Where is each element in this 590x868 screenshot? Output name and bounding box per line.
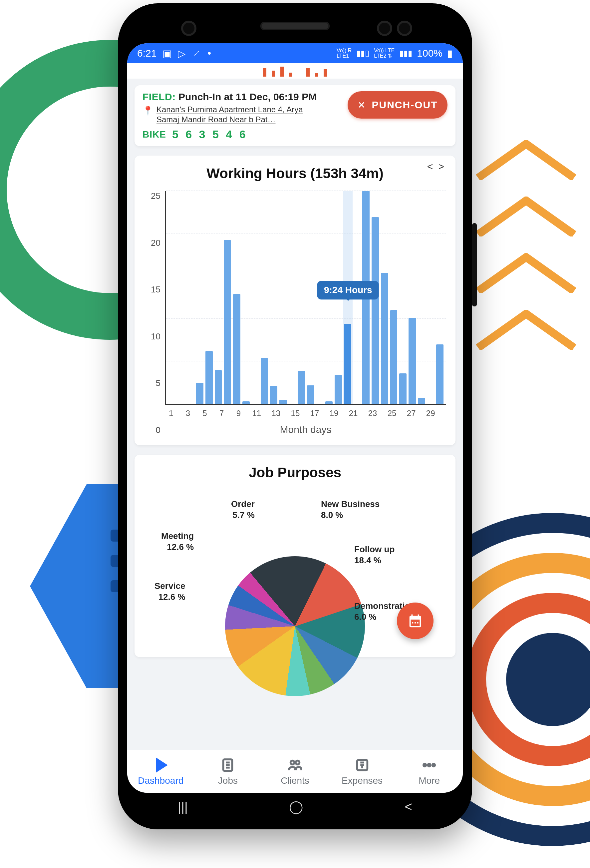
bar-day-24[interactable] — [381, 273, 388, 404]
jobs-icon — [220, 757, 236, 774]
status-time: 6:21 — [137, 48, 156, 59]
field-label: FIELD: — [143, 91, 176, 102]
location-pin-icon: 📍 — [143, 105, 153, 116]
punch-address[interactable]: Kanan's Purnima Apartment Lane 4, Arya S… — [156, 105, 310, 125]
chart-tooltip: 9:24 Hours — [317, 281, 379, 300]
bottom-nav: Dashboard Jobs Clients Expenses More — [127, 750, 463, 793]
nav-clients-label: Clients — [281, 775, 309, 786]
android-back-icon[interactable]: < — [405, 800, 412, 814]
pie-label-meeting: Meeting12.6 % — [161, 531, 194, 552]
close-icon: ✕ — [358, 100, 366, 111]
punch-status-line: FIELD: Punch-In at 11 Dec, 06:19 PM — [143, 91, 342, 103]
bar-day-19[interactable] — [335, 375, 342, 404]
android-nav-bar: ||| ◯ < — [127, 793, 463, 820]
status-bar: 6:21 ▣ ▷ ⟋ • Vo)) RLTE1 ▮▮▯ Vo)) LTELTE2… — [127, 43, 463, 63]
nav-more-label: More — [419, 775, 440, 786]
svg-point-4 — [291, 761, 295, 765]
bar-day-9[interactable] — [242, 402, 250, 404]
x-axis-label: Month days — [165, 424, 446, 435]
punch-card: FIELD: Punch-In at 11 Dec, 06:19 PM 📍 Ka… — [134, 85, 456, 146]
nav-more[interactable]: More — [395, 750, 463, 793]
nav-expenses[interactable]: Expenses — [329, 750, 396, 793]
bar-day-6[interactable] — [215, 370, 222, 404]
signal2-icon: ▮▮▮ — [399, 49, 412, 58]
pie-label-new-business: New Business8.0 % — [321, 499, 379, 520]
bar-day-8[interactable] — [233, 294, 240, 404]
chart-plot-area[interactable]: 9:24 Hours — [165, 191, 446, 405]
y-axis: 2520151050 — [144, 191, 161, 435]
dashboard-icon — [152, 757, 169, 774]
more-icon — [421, 757, 438, 774]
bar-day-27[interactable] — [409, 318, 416, 404]
punch-location: 📍 Kanan's Purnima Apartment Lane 4, Arya… — [143, 105, 342, 125]
working-hours-chart[interactable]: 2520151050 9:24 Hours 135791113151719212… — [144, 191, 446, 435]
bar-day-28[interactable] — [418, 398, 425, 404]
battery-text: 100% — [417, 48, 442, 59]
bar-day-7[interactable] — [224, 240, 231, 404]
svg-point-7 — [423, 764, 426, 766]
bar-day-13[interactable] — [279, 400, 287, 404]
bar-day-26[interactable] — [399, 373, 407, 404]
mini-chart-peek — [127, 63, 463, 78]
dash-icon: ⟋ — [192, 48, 201, 59]
bar-day-5[interactable] — [205, 351, 213, 404]
clients-icon — [287, 757, 303, 774]
signal1-icon: ▮▮▯ — [356, 49, 369, 58]
bike-label: BIKE — [143, 129, 166, 140]
pie-chart[interactable] — [225, 556, 365, 696]
expenses-icon — [354, 757, 370, 774]
nav-jobs[interactable]: Jobs — [195, 750, 262, 793]
play-icon: ▷ — [178, 48, 186, 59]
bike-row: BIKE 5 6 3 5 4 6 — [143, 128, 342, 141]
bar-day-30[interactable] — [436, 344, 444, 404]
nav-dashboard[interactable]: Dashboard — [127, 750, 195, 793]
svg-point-9 — [432, 764, 435, 766]
working-hours-card: < > Working Hours (153h 34m) 2520151050 … — [134, 155, 456, 445]
nav-clients[interactable]: Clients — [261, 750, 329, 793]
nav-jobs-label: Jobs — [218, 775, 238, 786]
job-purposes-title: Job Purposes — [141, 465, 449, 481]
pie-label-followup: Follow up18.4 % — [354, 544, 395, 565]
bar-day-25[interactable] — [390, 310, 398, 404]
battery-icon: ▮ — [447, 48, 453, 59]
lte1-icon: Vo)) RLTE1 — [336, 48, 352, 59]
bar-day-15[interactable] — [298, 371, 305, 404]
pie-chart-area[interactable]: Order5.7 % New Business8.0 % Meeting12.6… — [141, 500, 449, 654]
bar-day-18[interactable] — [325, 402, 333, 404]
bar-day-16[interactable] — [307, 385, 314, 404]
bar-day-4[interactable] — [196, 383, 204, 404]
punch-time-text: Punch-In at 11 Dec, 06:19 PM — [178, 91, 317, 102]
pie-label-service: Service12.6 % — [155, 580, 186, 602]
svg-point-5 — [296, 761, 299, 765]
svg-point-8 — [428, 764, 431, 766]
job-purposes-card: Job Purposes Order5.7 % New Business8.0 … — [134, 455, 456, 657]
bar-day-12[interactable] — [270, 386, 277, 404]
bar-day-23[interactable] — [372, 217, 379, 404]
nav-dashboard-label: Dashboard — [138, 775, 183, 786]
deco-chevrons — [473, 140, 579, 350]
nav-expenses-label: Expenses — [342, 775, 383, 786]
bar-day-11[interactable] — [261, 358, 268, 404]
calendar-fab-button[interactable] — [397, 602, 434, 639]
phone-frame: 6:21 ▣ ▷ ⟋ • Vo)) RLTE1 ▮▮▯ Vo)) LTELTE2… — [118, 3, 472, 830]
punch-out-button[interactable]: ✕ PUNCH-OUT — [348, 91, 447, 118]
punch-out-label: PUNCH-OUT — [372, 99, 438, 111]
lte2-icon: Vo)) LTELTE2 ⇅ — [374, 48, 395, 59]
chart-pager[interactable]: < > — [427, 161, 445, 172]
pie-label-order: Order5.7 % — [231, 499, 255, 520]
gallery-icon: ▣ — [162, 48, 172, 59]
android-recent-icon[interactable]: ||| — [178, 800, 188, 814]
android-home-icon[interactable]: ◯ — [289, 799, 303, 814]
dot-icon: • — [207, 48, 211, 59]
screen: 6:21 ▣ ▷ ⟋ • Vo)) RLTE1 ▮▮▯ Vo)) LTELTE2… — [127, 43, 463, 793]
calendar-icon — [407, 613, 423, 629]
working-hours-title: Working Hours (153h 34m) — [144, 165, 446, 182]
x-axis-ticks: 1357911131517192123252729 — [165, 405, 446, 418]
bar-day-20[interactable] — [344, 324, 351, 404]
bike-odometer: 5 6 3 5 4 6 — [172, 128, 248, 141]
